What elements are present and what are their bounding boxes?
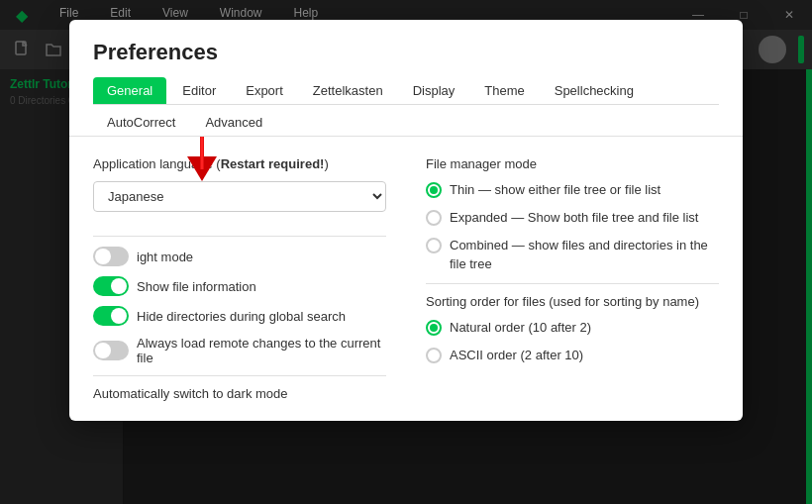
dark-mode-row: ight mode [93, 247, 386, 266]
prefs-right-col: File manager mode Thin — show either fil… [426, 156, 719, 401]
radio-ascii-label: ASCII order (2 after 10) [450, 347, 583, 364]
radio-thin: Thin — show either file tree or file lis… [426, 181, 719, 199]
radio-combined-label: Combined — show files and directories in… [450, 237, 719, 272]
tab-display[interactable]: Display [399, 77, 469, 104]
radio-expanded: Expanded — Show both file tree and file … [426, 209, 719, 227]
modal-overlay: Preferences General Editor Export Zettel… [0, 0, 812, 504]
hide-dirs-row: Hide directories during global search [93, 306, 386, 326]
lang-select-wrapper: Japanese English German French Spanish [93, 181, 386, 226]
lang-label: Application language (Restart required!) [93, 156, 386, 171]
prefs-title: Preferences [93, 40, 719, 65]
hide-dirs-toggle[interactable] [93, 306, 129, 326]
divider-1 [93, 236, 386, 237]
radio-expanded-dot[interactable] [426, 210, 442, 226]
radio-expanded-label: Expanded — Show both file tree and file … [450, 209, 698, 227]
divider-2 [93, 375, 386, 376]
radio-ascii-dot[interactable] [426, 348, 442, 363]
hide-dirs-label: Hide directories during global search [137, 309, 346, 324]
remote-changes-label: Always load remote changes to the curren… [137, 336, 386, 365]
file-info-label: Show file information [137, 279, 256, 294]
radio-combined: Combined — show files and directories in… [426, 237, 719, 272]
preferences-dialog: Preferences General Editor Export Zettel… [69, 20, 743, 421]
restart-required: Restart required! [221, 156, 325, 171]
tab-spellchecking[interactable]: Spellchecking [541, 77, 648, 104]
radio-ascii: ASCII order (2 after 10) [426, 347, 719, 364]
remote-changes-row: Always load remote changes to the curren… [93, 336, 386, 365]
tab-export[interactable]: Export [232, 77, 297, 104]
language-select[interactable]: Japanese English German French Spanish [93, 181, 386, 212]
tab-advanced[interactable]: Advanced [191, 109, 276, 136]
file-info-toggle[interactable] [93, 276, 129, 296]
file-manager-title: File manager mode [426, 156, 719, 171]
radio-combined-dot[interactable] [426, 238, 442, 253]
prefs-tabs-row1: General Editor Export Zettelkasten Displ… [93, 77, 719, 105]
prefs-tabs-row2: AutoCorrect Advanced [93, 105, 719, 136]
sorting-title: Sorting order for files (used for sortin… [426, 294, 719, 309]
tab-general[interactable]: General [93, 77, 166, 104]
radio-thin-dot[interactable] [426, 182, 442, 198]
auto-dark-label: Automatically switch to dark mode [93, 386, 386, 401]
tab-editor[interactable]: Editor [168, 77, 230, 104]
file-info-row: Show file information [93, 276, 386, 296]
divider-right-1 [426, 283, 719, 284]
radio-natural-dot[interactable] [426, 320, 442, 336]
dark-mode-toggle[interactable] [93, 247, 129, 266]
radio-natural-label: Natural order (10 after 2) [450, 319, 591, 337]
radio-thin-label: Thin — show either file tree or file lis… [450, 181, 660, 199]
prefs-left-col: Application language (Restart required!)… [93, 156, 386, 401]
tab-theme[interactable]: Theme [470, 77, 538, 104]
dark-mode-label: ight mode [137, 250, 193, 264]
tab-autocorrect[interactable]: AutoCorrect [93, 109, 189, 136]
tab-zettelkasten[interactable]: Zettelkasten [299, 77, 397, 104]
prefs-header: Preferences General Editor Export Zettel… [69, 20, 743, 136]
prefs-body: Application language (Restart required!)… [69, 137, 743, 421]
remote-changes-toggle[interactable] [93, 341, 129, 360]
radio-natural: Natural order (10 after 2) [426, 319, 719, 337]
